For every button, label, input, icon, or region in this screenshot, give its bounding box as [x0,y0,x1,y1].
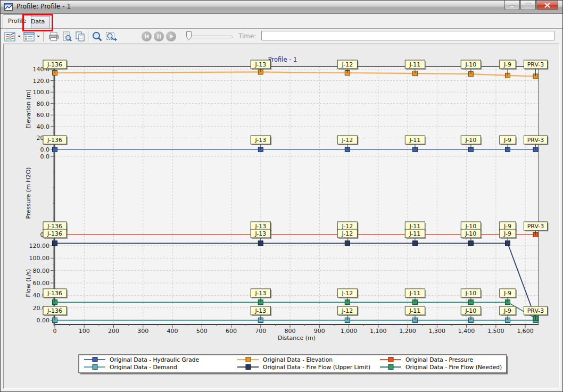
toolbar: Time: [1,28,562,44]
tab-data-label: Data [31,18,45,25]
play-button[interactable] [166,31,176,41]
close-button[interactable] [536,1,558,10]
zoom-window-button[interactable] [105,31,118,42]
restore-button[interactable] [520,1,536,10]
tab-strip: Profile Data [1,14,562,28]
chart-options-dropdown-icon[interactable] [37,36,40,39]
skip-to-start-button[interactable] [142,31,152,41]
toolbar-separator [43,31,45,41]
tab-profile[interactable]: Profile [3,14,31,28]
print-preview-button[interactable] [61,31,73,42]
chart-style-dropdown-icon[interactable] [18,36,21,39]
window-title: Profile: Profile - 1 [16,3,71,10]
toolbar-separator [88,31,90,41]
time-input[interactable] [261,31,554,40]
tab-profile-label: Profile [8,18,26,24]
chart-style-button[interactable] [4,31,16,42]
profile-window: Profile: Profile - 1 Profile Data [0,0,563,392]
pause-button[interactable] [154,31,164,41]
time-slider-track[interactable] [188,36,233,38]
print-button[interactable] [47,31,60,42]
chart-options-button[interactable] [23,31,35,42]
app-icon [4,3,13,13]
copy-button[interactable] [74,31,86,42]
time-slider-thumb[interactable] [186,31,193,44]
minimize-button[interactable] [504,1,520,10]
time-label: Time: [238,32,256,40]
zoom-button[interactable] [91,31,103,42]
time-slider[interactable] [186,31,234,42]
titlebar: Profile: Profile - 1 [1,1,562,14]
